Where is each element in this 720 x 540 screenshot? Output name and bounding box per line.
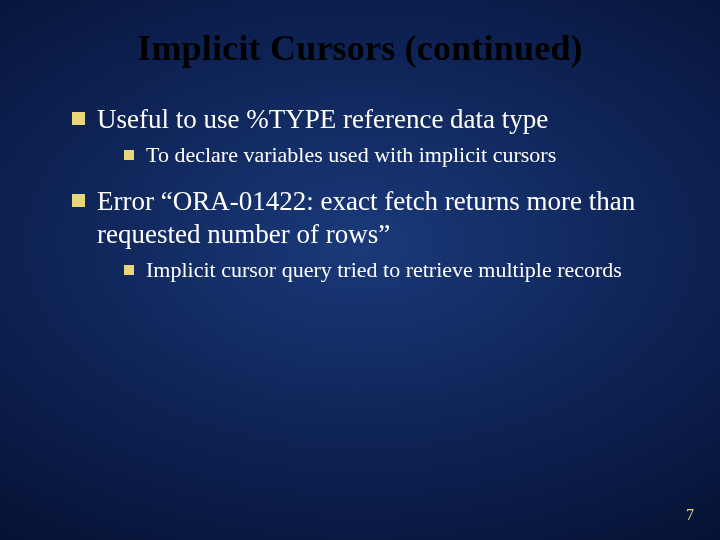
- slide-title: Implicit Cursors (continued): [38, 28, 682, 69]
- bullet-item-1-1: To declare variables used with implicit …: [124, 142, 682, 169]
- slide: Implicit Cursors (continued) Useful to u…: [0, 0, 720, 540]
- bullet-item-1-text: Useful to use %TYPE reference data type: [97, 103, 548, 136]
- square-bullet-icon: [72, 112, 85, 125]
- bullet-item-2-1: Implicit cursor query tried to retrieve …: [124, 257, 682, 284]
- bullet-item-2-text: Error “ORA-01422: exact fetch returns mo…: [97, 185, 682, 251]
- bullet-item-2-1-text: Implicit cursor query tried to retrieve …: [146, 257, 622, 284]
- square-bullet-icon: [124, 265, 134, 275]
- bullet-item-1: Useful to use %TYPE reference data type: [72, 103, 682, 136]
- square-bullet-icon: [72, 194, 85, 207]
- bullet-item-2: Error “ORA-01422: exact fetch returns mo…: [72, 185, 682, 251]
- bullet-item-1-1-text: To declare variables used with implicit …: [146, 142, 556, 169]
- page-number: 7: [686, 506, 694, 524]
- square-bullet-icon: [124, 150, 134, 160]
